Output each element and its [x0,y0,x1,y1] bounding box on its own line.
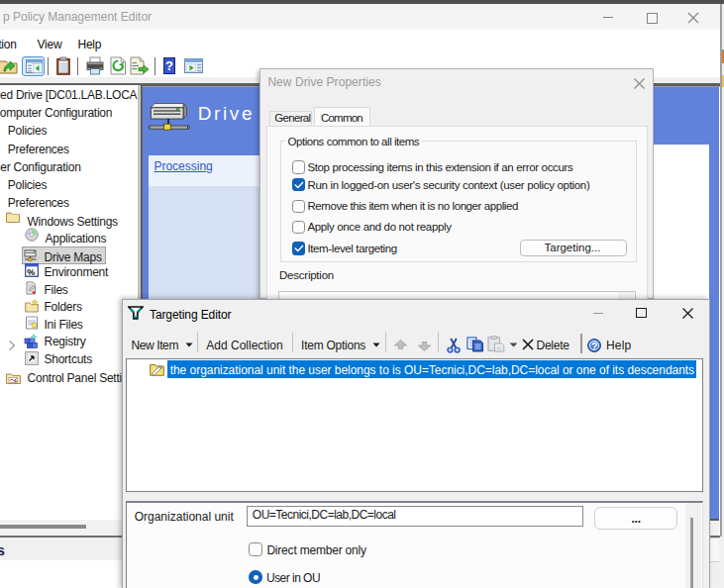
svg-text:%: % [27,267,35,277]
